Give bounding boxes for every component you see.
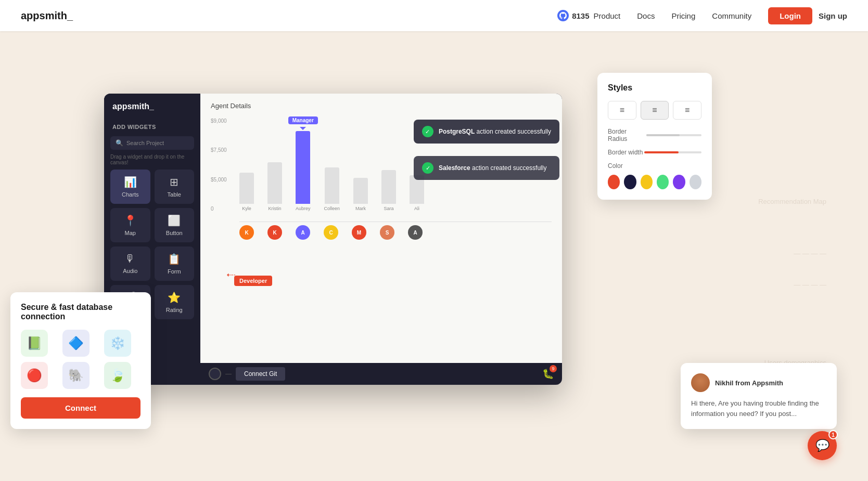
chat-header: Nikhil from Appsmith bbox=[691, 373, 826, 392]
chat-fab-button[interactable]: 💬 1 bbox=[808, 431, 837, 460]
debug-badge: 9 bbox=[550, 365, 557, 372]
styles-title: Styles bbox=[608, 83, 701, 93]
charts-icon: 📊 bbox=[124, 176, 137, 188]
connect-git-button[interactable]: Connect Git bbox=[236, 367, 285, 381]
db-postgresql[interactable]: 🐘 bbox=[62, 362, 90, 389]
manager-tooltip: Manager bbox=[288, 116, 318, 124]
color-purple[interactable] bbox=[673, 175, 685, 189]
google-sheets-icon: 📗 bbox=[27, 336, 42, 350]
chat-fab-badge: 1 bbox=[828, 430, 838, 439]
search-icon: 🔍 bbox=[116, 139, 123, 147]
dynamodb-icon: 🔷 bbox=[68, 336, 84, 350]
github-star-count: 8135 bbox=[572, 11, 589, 20]
notif-1-text: PostgreSQL action created successfully bbox=[439, 128, 551, 135]
y-label-2: $7,500 bbox=[211, 147, 227, 153]
bar-kristin: Kristin bbox=[267, 162, 282, 211]
color-green[interactable] bbox=[657, 175, 669, 189]
y-label-3: $9,000 bbox=[211, 118, 227, 124]
sidebar-search[interactable]: 🔍 Search Project bbox=[110, 136, 194, 150]
form-label: Form bbox=[168, 268, 181, 275]
avatar-ali: A bbox=[408, 225, 423, 240]
sidebar-logo: appsmith_ bbox=[104, 102, 200, 120]
button-icon: ⬜ bbox=[168, 214, 181, 227]
y-label-0: 0 bbox=[211, 206, 227, 212]
postgresql-icon: 🐘 bbox=[68, 368, 84, 383]
github-icon bbox=[557, 10, 569, 21]
border-width-row: Border width bbox=[608, 149, 701, 156]
db-redis[interactable]: 🔴 bbox=[21, 362, 48, 389]
chat-message: Hi there, Are you having trouble finding… bbox=[691, 398, 826, 419]
search-placeholder: Search Project bbox=[126, 140, 164, 146]
db-snowflake[interactable]: ❄️ bbox=[104, 330, 131, 357]
widget-button[interactable]: ⬜ Button bbox=[155, 208, 195, 242]
widget-rating[interactable]: ⭐ Rating bbox=[155, 285, 195, 319]
border-width-slider[interactable] bbox=[644, 151, 701, 153]
chat-avatar bbox=[691, 373, 710, 392]
avatar-aubrey: A bbox=[296, 225, 310, 240]
rating-icon: ⭐ bbox=[168, 291, 181, 304]
form-icon: 📋 bbox=[168, 253, 181, 265]
db-dynamodb[interactable]: 🔷 bbox=[62, 330, 90, 357]
nav-github-stars[interactable]: 8135 bbox=[557, 10, 589, 21]
navbar: appsmith_ 8135 Product Docs Pricing Comm… bbox=[0, 0, 868, 31]
bg-text-lines2: — — — — bbox=[794, 281, 826, 289]
db-google-sheets[interactable]: 📗 bbox=[21, 330, 48, 357]
check-icon-1: ✓ bbox=[422, 126, 433, 137]
app-canvas: Agent Details $9,000 $7,500 $5,000 0 bbox=[200, 94, 562, 385]
charts-label: Charts bbox=[122, 191, 138, 198]
app-bottom-bar: — Connect Git 🐛 9 bbox=[200, 363, 562, 385]
db-connect-button[interactable]: Connect bbox=[21, 397, 141, 419]
nav-product[interactable]: Product bbox=[594, 11, 621, 20]
avatar-kyle: K bbox=[239, 225, 254, 240]
mongodb-icon: 🍃 bbox=[110, 368, 125, 383]
check-icon-2: ✓ bbox=[422, 162, 433, 174]
color-yellow[interactable] bbox=[641, 175, 653, 189]
cursor-arrow: ⭪ bbox=[226, 270, 236, 281]
color-gray[interactable] bbox=[690, 175, 701, 189]
bar-sara: Sara bbox=[381, 170, 396, 211]
redis-icon: 🔴 bbox=[27, 368, 42, 383]
sidebar-section-label: ADD WIDGETS bbox=[104, 120, 200, 134]
bg-text-lines: — — — — bbox=[794, 250, 826, 257]
avatar-sara: S bbox=[380, 225, 394, 240]
table-icon: ⊞ bbox=[170, 176, 178, 188]
audio1-icon: 🎙 bbox=[125, 253, 135, 265]
app-screenshot: appsmith_ ADD WIDGETS 🔍 Search Project D… bbox=[104, 94, 562, 385]
color-label: Color bbox=[608, 162, 701, 170]
color-swatches bbox=[608, 175, 701, 189]
border-radius-label: Border Radius bbox=[608, 128, 646, 142]
widget-charts[interactable]: 📊 Charts bbox=[110, 170, 150, 204]
notif-2-text: Salesforce action created successfully bbox=[439, 164, 546, 172]
color-orange[interactable] bbox=[608, 175, 620, 189]
color-dark-blue[interactable] bbox=[624, 175, 636, 189]
main-area: appsmith_ ADD WIDGETS 🔍 Search Project D… bbox=[0, 31, 868, 481]
button-label: Button bbox=[166, 230, 183, 236]
db-title: Secure & fast database connection bbox=[21, 303, 141, 321]
align-right-button[interactable]: ≡ bbox=[673, 101, 701, 120]
notification-postgresql: ✓ PostgreSQL action created successfully bbox=[414, 120, 559, 144]
bar-mark: Mark bbox=[353, 178, 368, 211]
rating-label: Rating bbox=[166, 307, 183, 313]
chat-widget: Nikhil from Appsmith Hi there, Are you h… bbox=[681, 363, 837, 429]
signup-button[interactable]: Sign up bbox=[819, 11, 847, 20]
widget-audio1[interactable]: 🎙 Audio bbox=[110, 246, 150, 281]
notification-salesforce: ✓ Salesforce action created successfully bbox=[414, 156, 559, 180]
align-left-button[interactable]: ≡ bbox=[608, 101, 636, 120]
widget-form[interactable]: 📋 Form bbox=[155, 246, 195, 281]
border-radius-row: Border Radius bbox=[608, 128, 701, 142]
avatar-kristin: K bbox=[267, 225, 282, 240]
map-label: Map bbox=[125, 230, 136, 236]
db-icons-grid: 📗 🔷 ❄️ 🔴 🐘 🍃 bbox=[21, 330, 141, 389]
align-center-button[interactable]: ≡ bbox=[641, 101, 669, 120]
widget-map[interactable]: 📍 Map bbox=[110, 208, 150, 242]
db-mongodb[interactable]: 🍃 bbox=[104, 362, 131, 389]
widget-table[interactable]: ⊞ Table bbox=[155, 170, 195, 204]
chat-agent-name: Nikhil from Appsmith bbox=[715, 379, 783, 387]
nav-docs[interactable]: Docs bbox=[637, 11, 655, 20]
border-radius-slider[interactable] bbox=[646, 134, 701, 136]
nav-community[interactable]: Community bbox=[712, 11, 751, 20]
debug-button[interactable]: 🐛 9 bbox=[542, 368, 554, 380]
login-button[interactable]: Login bbox=[768, 7, 812, 24]
nav-pricing[interactable]: Pricing bbox=[671, 11, 695, 20]
map-icon: 📍 bbox=[124, 214, 137, 227]
